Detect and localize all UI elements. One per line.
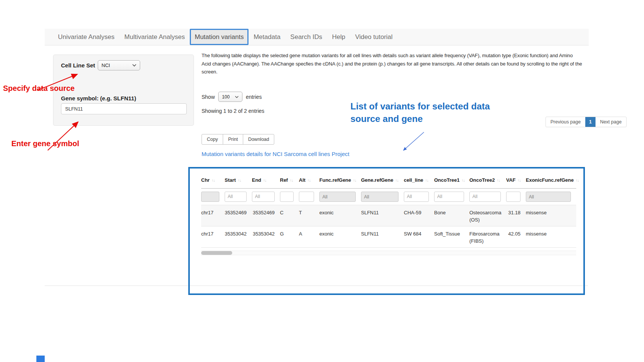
bottom-left-blue-artifact (36, 356, 45, 362)
tab-univariate-analyses[interactable]: Univariate Analyses (53, 29, 119, 45)
sort-icon (263, 178, 267, 183)
sort-icon (425, 178, 428, 183)
variants-table: Chr Start End Ref Alt Func.refGene Gene.… (201, 172, 576, 248)
column-header-chr[interactable]: Chr (201, 172, 225, 188)
sort-icon (353, 178, 356, 183)
table-cell: 31.18 (506, 205, 526, 226)
previous-page-button[interactable]: Previous page (546, 117, 585, 127)
column-filter-chr[interactable] (201, 192, 219, 202)
copy-button[interactable]: Copy (202, 134, 223, 145)
table-cell: T (299, 205, 319, 226)
print-button[interactable]: Print (223, 134, 243, 145)
table-cell: 35353042 (252, 226, 280, 247)
cell-line-set-value: NCI (102, 62, 110, 68)
tab-mutation-variants[interactable]: Mutation variants (190, 29, 249, 45)
gene-symbol-label: Gene symbol: (e.g. SLFN11) (61, 95, 136, 101)
horizontal-scrollbar-thumb[interactable] (201, 251, 232, 255)
column-header-func-refgene[interactable]: Func.refGene (319, 172, 361, 188)
page-size-value: 100 (222, 94, 230, 100)
showing-entries-summary: Showing 1 to 2 of 2 entries (202, 108, 264, 114)
sort-icon (461, 178, 465, 183)
table-cell: CHA-59 (404, 205, 434, 226)
cell-line-set-label: Cell Line Set (61, 62, 95, 69)
table-cell: A (299, 226, 319, 247)
table-filter-row: All All All (201, 188, 576, 205)
table-cell: 35353042 (225, 226, 252, 247)
column-filter-start[interactable] (225, 192, 247, 202)
sort-icon (211, 178, 215, 183)
tab-help[interactable]: Help (327, 29, 350, 45)
sort-icon (395, 178, 399, 183)
column-header-exonicfunc-refgene[interactable]: ExonicFunc.refGene (526, 172, 576, 188)
page-size-select[interactable]: 100 (218, 92, 242, 102)
table-cell: chr17 (201, 226, 225, 247)
next-page-button[interactable]: Next page (596, 117, 626, 127)
sort-icon (497, 178, 500, 183)
sort-icon (290, 178, 293, 183)
table-cell: missense (526, 226, 576, 247)
pagination: Previous page 1 Next page (546, 117, 627, 127)
column-filter-gene-refgene[interactable]: All (361, 192, 399, 202)
column-filter-func-refgene[interactable]: All (319, 192, 356, 202)
column-header-cell-line[interactable]: cell_line (404, 172, 434, 188)
tab-search-ids[interactable]: Search IDs (285, 29, 327, 45)
table-cell: Fibrosarcoma (FIBS) (469, 226, 506, 247)
show-entries-control: Show 100 entries (202, 92, 262, 102)
column-filter-oncotree1[interactable] (434, 192, 464, 202)
column-header-start[interactable]: Start (225, 172, 252, 188)
horizontal-scrollbar-track[interactable] (201, 251, 576, 255)
column-filter-alt[interactable] (299, 192, 314, 202)
table-cell: missense (526, 205, 576, 226)
table-cell: SW 684 (404, 226, 434, 247)
arrow-list-of-variants (403, 132, 424, 150)
column-filter-end[interactable] (252, 192, 275, 202)
table-cell: G (280, 226, 299, 247)
tab-metadata[interactable]: Metadata (249, 29, 285, 45)
show-label: Show (202, 94, 215, 100)
table-cell: Bone (434, 205, 469, 226)
page-number-button[interactable]: 1 (585, 117, 596, 127)
annotation-specify-data-source: Specify data source (3, 84, 75, 93)
table-cell: chr17 (201, 205, 225, 226)
table-cell: exonic (319, 226, 361, 247)
export-button-group: Copy Print Download (202, 134, 274, 145)
navbar: Univariate Analyses Multivariate Analyse… (45, 29, 589, 45)
table-cell: 35352469 (252, 205, 280, 226)
column-header-alt[interactable]: Alt (299, 172, 319, 188)
sort-icon (517, 178, 521, 183)
column-header-ref[interactable]: Ref (280, 172, 299, 188)
table-cell: 35352469 (225, 205, 252, 226)
table-cell: SLFN11 (361, 205, 404, 226)
table-row: chr17 35352469 35352469 C T exonic SLFN1… (201, 205, 576, 226)
chevron-down-icon (235, 96, 239, 98)
table-row: chr17 35353042 35353042 G A exonic SLFN1… (201, 226, 576, 247)
column-header-end[interactable]: End (252, 172, 280, 188)
column-filter-vaf[interactable] (506, 192, 521, 202)
column-filter-cell-line[interactable] (404, 192, 429, 202)
table-cell: C (280, 205, 299, 226)
table-cell: SLFN11 (361, 226, 404, 247)
table-cell: Soft_Tissue (434, 226, 469, 247)
column-header-oncotree1[interactable]: OncoTree1 (434, 172, 469, 188)
table-cell: 42.05 (506, 226, 526, 247)
column-filter-ref[interactable] (280, 192, 294, 202)
annotation-list-of-variants: List of variants for selected data sourc… (350, 100, 502, 125)
sort-icon (307, 178, 311, 183)
tab-video-tutorial[interactable]: Video tutorial (350, 29, 397, 45)
table-cell: Osteosarcoma (OS) (469, 205, 506, 226)
column-header-gene-refgene[interactable]: Gene.refGene (361, 172, 404, 188)
annotation-enter-gene-symbol: Enter gene symbol (11, 139, 79, 148)
column-filter-oncotree2[interactable] (469, 192, 501, 202)
sort-icon (238, 178, 241, 183)
column-header-oncotree2[interactable]: OncoTree2 (469, 172, 506, 188)
column-filter-exonicfunc-refgene[interactable]: All (526, 192, 571, 202)
column-header-vaf[interactable]: VAF (506, 172, 526, 188)
tab-multivariate-analyses[interactable]: Multivariate Analyses (119, 29, 190, 45)
download-button[interactable]: Download (243, 134, 275, 145)
cell-line-set-select[interactable]: NCI (98, 60, 140, 70)
gene-symbol-input[interactable] (61, 103, 187, 114)
table-caption-link[interactable]: Mutation variants details for NCI Sarcom… (202, 151, 349, 157)
entries-label: entries (246, 94, 262, 100)
variants-table-container: Chr Start End Ref Alt Func.refGene Gene.… (201, 172, 576, 255)
sort-icon (575, 178, 579, 183)
